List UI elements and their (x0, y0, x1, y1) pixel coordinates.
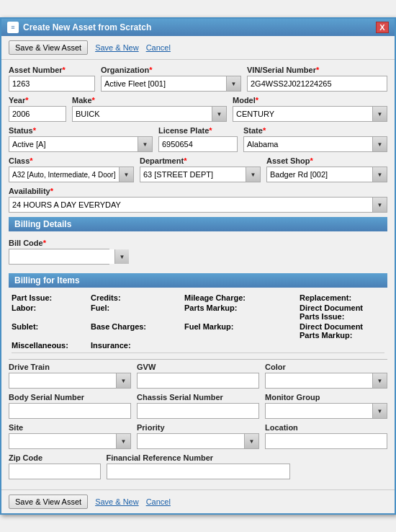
billing-replacement: Replacement: (300, 293, 384, 302)
save-view-button-top[interactable]: Save & View Asset (9, 40, 88, 55)
department-input[interactable] (140, 167, 246, 182)
billing-fuel-markup: Fuel Markup: (184, 322, 300, 340)
status-label: Status* (9, 126, 153, 135)
body-serial-input[interactable] (9, 403, 131, 419)
chassis-serial-input[interactable] (137, 403, 259, 419)
billing-direct-doc-parts-issue: Direct Document Parts Issue: (300, 303, 384, 321)
group-year: Year* (9, 96, 66, 122)
status-select[interactable]: ▼ (9, 136, 153, 152)
group-chassis-serial: Chassis Serial Number (137, 393, 259, 419)
row-drivetrain-gwv-color: Drive Train ▼ GVW Color ▼ (9, 363, 387, 389)
site-label: Site (9, 423, 131, 432)
monitor-group-select[interactable]: ▼ (265, 403, 387, 419)
license-plate-label: License Plate* (158, 126, 238, 135)
group-location: Location (265, 423, 387, 449)
site-input[interactable] (9, 434, 116, 448)
asset-number-label: Asset Number* (9, 66, 95, 74)
class-input[interactable] (9, 167, 119, 182)
color-label: Color (265, 363, 387, 371)
status-arrow[interactable]: ▼ (138, 137, 152, 151)
availability-arrow[interactable]: ▼ (372, 198, 387, 212)
availability-input[interactable] (9, 198, 372, 212)
financial-ref-input[interactable] (107, 464, 290, 479)
status-input[interactable] (9, 137, 138, 151)
priority-arrow[interactable]: ▼ (244, 434, 258, 448)
drive-train-arrow[interactable]: ▼ (116, 373, 130, 388)
site-select[interactable]: ▼ (9, 433, 131, 449)
cancel-button-top[interactable]: Cancel (146, 43, 171, 52)
group-availability: Availability* ▼ (9, 187, 387, 213)
billing-parts-markup: Parts Markup: (184, 303, 300, 321)
billing-part-issue: Part Issue: (12, 293, 91, 302)
model-arrow[interactable]: ▼ (372, 107, 387, 121)
group-drive-train: Drive Train ▼ (9, 363, 131, 389)
year-label: Year* (9, 96, 66, 105)
drive-train-select[interactable]: ▼ (9, 373, 131, 389)
state-input[interactable] (244, 137, 372, 151)
group-priority: Priority ▼ (137, 423, 259, 449)
monitor-group-arrow[interactable]: ▼ (372, 404, 387, 418)
billing-base-charges: Base Charges: (91, 322, 184, 340)
organization-input[interactable] (102, 76, 226, 91)
separator-1 (9, 359, 387, 360)
group-bill-code: Bill Code* ▼ (9, 239, 109, 265)
save-new-button-top[interactable]: Save & New (95, 43, 139, 52)
location-input[interactable] (265, 433, 387, 449)
color-input[interactable] (266, 373, 372, 388)
state-select[interactable]: ▼ (243, 136, 387, 152)
group-color: Color ▼ (265, 363, 387, 389)
class-select[interactable]: ▼ (9, 167, 134, 182)
make-input[interactable] (73, 107, 212, 121)
department-select[interactable]: ▼ (140, 167, 261, 182)
bill-code-input[interactable] (9, 249, 114, 264)
zip-code-label: Zip Code (9, 453, 101, 462)
cancel-button-bottom[interactable]: Cancel (146, 497, 171, 506)
color-arrow[interactable]: ▼ (372, 373, 387, 388)
vin-input[interactable] (247, 76, 387, 92)
row-availability: Availability* ▼ (9, 187, 387, 213)
save-new-button-bottom[interactable]: Save & New (95, 497, 139, 506)
model-input[interactable] (233, 107, 372, 121)
asset-shop-arrow[interactable]: ▼ (372, 167, 387, 182)
row-year-make-model: Year* Make* ▼ Model* ▼ (9, 96, 387, 122)
zip-code-input[interactable] (9, 464, 101, 479)
asset-number-input[interactable] (9, 76, 95, 92)
close-button[interactable]: X (376, 22, 389, 33)
group-financial-ref: Financial Reference Number (107, 453, 290, 479)
site-arrow[interactable]: ▼ (116, 434, 130, 448)
priority-select[interactable]: ▼ (137, 433, 259, 449)
priority-input[interactable] (138, 434, 244, 448)
class-arrow[interactable]: ▼ (119, 167, 133, 182)
billing-insurance: Insurance: (91, 341, 184, 350)
model-select[interactable]: ▼ (233, 106, 387, 122)
financial-ref-label: Financial Reference Number (107, 453, 290, 462)
chassis-serial-label: Chassis Serial Number (137, 393, 259, 402)
save-view-button-bottom[interactable]: Save & View Asset (9, 495, 88, 509)
state-arrow[interactable]: ▼ (372, 137, 387, 151)
billing-empty2 (300, 341, 384, 350)
make-select[interactable]: ▼ (72, 106, 227, 122)
license-plate-input[interactable] (158, 136, 238, 152)
availability-select[interactable]: ▼ (9, 197, 387, 213)
row-zip-financial: Zip Code Financial Reference Number (9, 453, 387, 479)
bill-code-select[interactable]: ▼ (9, 249, 109, 265)
drive-train-input[interactable] (9, 373, 116, 388)
billing-sublet: Sublet: (12, 322, 91, 340)
monitor-group-input[interactable] (266, 404, 372, 418)
make-arrow[interactable]: ▼ (212, 107, 226, 121)
billing-labor: Labor: (12, 303, 91, 321)
asset-shop-select[interactable]: ▼ (266, 167, 387, 182)
asset-shop-input[interactable] (267, 167, 372, 182)
main-window: ≡ Create New Asset from Scratch X Save &… (0, 17, 396, 515)
billing-details-header: Billing Details (9, 217, 387, 231)
organization-select[interactable]: ▼ (101, 76, 241, 92)
row-status-license-state: Status* ▼ License Plate* State* (9, 126, 387, 152)
organization-arrow[interactable]: ▼ (226, 76, 240, 91)
department-arrow[interactable]: ▼ (246, 167, 260, 182)
group-make: Make* ▼ (72, 96, 227, 122)
year-input[interactable] (9, 106, 66, 122)
bill-code-arrow[interactable]: ▼ (114, 249, 129, 264)
color-select[interactable]: ▼ (265, 373, 387, 389)
gwv-input[interactable] (137, 373, 259, 389)
billing-details-section: Billing Details Bill Code* ▼ (9, 217, 387, 269)
